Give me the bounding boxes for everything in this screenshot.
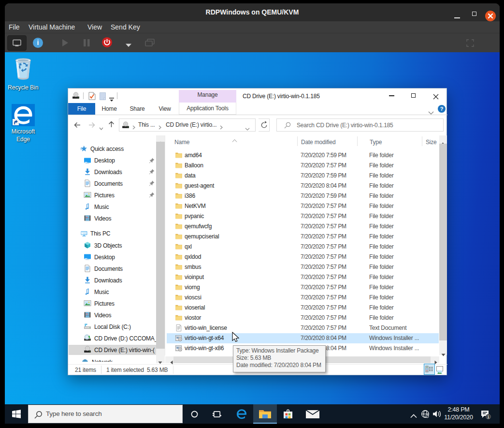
- svg-text:1: 1: [487, 414, 490, 419]
